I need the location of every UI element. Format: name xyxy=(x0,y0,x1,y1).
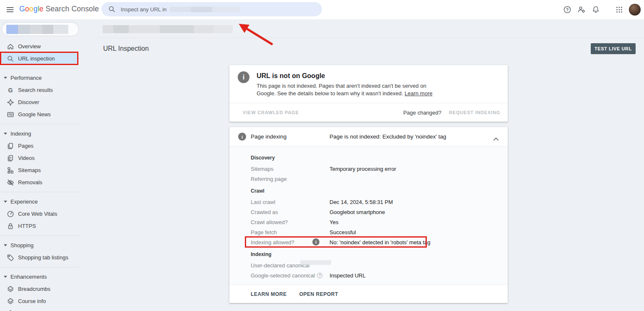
search-icon xyxy=(7,55,14,63)
sidebar-item-breadcrumbs[interactable]: Breadcrumbs xyxy=(0,283,79,295)
sidebar-item-google-news[interactable]: G Google News xyxy=(0,108,79,120)
chevron-down-icon xyxy=(4,276,7,278)
search-placeholder: Inspect any URL in xyxy=(121,6,166,13)
svg-text:?: ? xyxy=(566,8,569,12)
page-indexing-card: i Page indexing Page is not indexed: Exc… xyxy=(229,127,508,303)
learn-more-button[interactable]: LEARN MORE xyxy=(251,291,287,297)
sidebar-item-faq[interactable]: FAQ xyxy=(0,307,79,311)
sidebar-item-label: Overview xyxy=(18,43,41,50)
detail-row-sitemaps: Sitemaps Temporary processing error xyxy=(251,164,508,174)
section-heading-crawl: Crawl xyxy=(251,188,508,194)
sidebar-item-overview[interactable]: Overview xyxy=(0,40,79,52)
detail-row-last-crawl: Last crawl Dec 14, 2024, 5:58:31 PM xyxy=(251,197,508,207)
page-indexing-status: Page is not indexed: Excluded by 'noinde… xyxy=(330,133,446,140)
detail-row-user-declared-canonical: User-declared canonical xyxy=(251,260,508,270)
sidebar-item-sitemaps[interactable]: Sitemaps xyxy=(0,164,79,176)
sidebar-nav: Overview URL inspection Performance G Se… xyxy=(0,40,96,311)
divider xyxy=(0,267,79,267)
user-avatar[interactable] xyxy=(629,4,641,16)
sidebar-group-shopping[interactable]: Shopping xyxy=(0,239,96,251)
layers-icon xyxy=(7,298,14,305)
topbar-actions: ? xyxy=(560,0,641,19)
page-indexing-details: Discovery Sitemaps Temporary processing … xyxy=(229,146,508,285)
redacted-breadcrumb xyxy=(103,25,233,33)
sidebar-item-label: URL inspection xyxy=(18,55,55,62)
sidebar-item-course-info[interactable]: Course info xyxy=(0,295,79,307)
view-crawled-page-button[interactable]: VIEW CRAWLED PAGE xyxy=(243,110,299,115)
open-report-button[interactable]: OPEN REPORT xyxy=(299,291,338,297)
property-selector[interactable] xyxy=(2,22,79,36)
page-title: URL Inspection xyxy=(103,45,149,52)
info-icon: i xyxy=(238,133,246,141)
news-icon: G xyxy=(7,111,14,118)
sidebar-item-core-web-vitals[interactable]: Core Web Vitals xyxy=(0,208,79,220)
tag-icon xyxy=(7,254,14,261)
chevron-up-icon[interactable] xyxy=(493,135,499,142)
info-icon[interactable]: i xyxy=(312,238,319,246)
sidebar-item-search-results[interactable]: G Search results xyxy=(0,84,79,96)
lock-icon xyxy=(7,222,14,230)
sidebar-group-experience[interactable]: Experience xyxy=(0,196,96,208)
page-indexing-header[interactable]: i Page indexing Page is not indexed: Exc… xyxy=(229,127,508,146)
chevron-down-icon xyxy=(4,244,7,246)
home-icon xyxy=(7,43,14,50)
sidebar-item-shopping-tab-listings[interactable]: Shopping tab listings xyxy=(0,251,79,264)
learn-more-link[interactable]: Learn more xyxy=(405,90,432,97)
videos-icon xyxy=(7,154,14,162)
redacted-property-name xyxy=(170,7,240,12)
sidebar: Overview URL inspection Performance G Se… xyxy=(0,19,96,311)
help-icon[interactable]: ? xyxy=(560,3,574,17)
divider xyxy=(0,124,79,124)
sidebar-item-discover[interactable]: Discover xyxy=(0,96,79,108)
pages-icon xyxy=(7,142,14,150)
manage-users-icon[interactable] xyxy=(574,3,589,17)
svg-text:G: G xyxy=(8,113,10,116)
sidebar-item-videos[interactable]: Videos xyxy=(0,152,79,164)
app-logo: Google Search Console xyxy=(19,5,99,13)
redacted-property xyxy=(6,25,68,34)
sidebar-group-performance[interactable]: Performance xyxy=(0,72,96,84)
url-status-card: i URL is not on Google This page is not … xyxy=(229,65,508,122)
chevron-down-icon xyxy=(4,77,7,79)
divider xyxy=(96,38,644,38)
main-content: URL Inspection TEST LIVE URL i URL is no… xyxy=(96,19,644,311)
detail-row-crawled-as: Crawled as Googlebot smartphone xyxy=(251,207,508,217)
gauge-icon xyxy=(7,210,14,218)
status-card-description: This page is not indexed. Pages that are… xyxy=(257,82,444,97)
sitemap-icon xyxy=(7,167,14,174)
topbar: Google Search Console Inspect any URL in… xyxy=(0,0,644,19)
google-g-icon: G xyxy=(7,86,14,94)
sidebar-group-indexing[interactable]: Indexing xyxy=(0,128,96,140)
divider xyxy=(0,235,79,236)
sidebar-group-enhancements[interactable]: Enhancements xyxy=(0,271,96,283)
page-indexing-title: Page indexing xyxy=(251,133,287,140)
sidebar-item-url-inspection[interactable]: URL inspection xyxy=(0,52,79,65)
divider xyxy=(0,68,79,68)
detail-row-google-selected-canonical: Google-selected canonical? Inspected URL xyxy=(251,270,508,280)
section-heading-indexing: Indexing xyxy=(251,251,508,257)
request-indexing-button[interactable]: REQUEST INDEXING xyxy=(449,110,500,115)
notifications-icon[interactable] xyxy=(589,3,603,17)
menu-icon[interactable] xyxy=(6,5,14,14)
eye-off-icon xyxy=(7,179,14,186)
test-live-url-button[interactable]: TEST LIVE URL xyxy=(591,43,636,54)
chevron-down-icon xyxy=(4,133,7,135)
sidebar-item-https[interactable]: HTTPS xyxy=(0,220,79,232)
google-search-console-app: { "colors": { "annotation_red": "#e0231c… xyxy=(0,0,644,311)
search-icon xyxy=(108,5,116,13)
url-inspect-search-input[interactable]: Inspect any URL in xyxy=(101,2,322,16)
detail-row-indexing-allowed: Indexing allowed? i No: 'noindex' detect… xyxy=(251,237,508,247)
layers-icon xyxy=(7,310,14,311)
status-card-title: URL is not on Google xyxy=(257,72,500,80)
layers-icon xyxy=(7,285,14,293)
section-heading-discovery: Discovery xyxy=(251,155,508,161)
info-icon: i xyxy=(238,71,249,83)
chevron-down-icon xyxy=(4,201,7,203)
sidebar-item-pages[interactable]: Pages xyxy=(0,140,79,152)
google-apps-icon[interactable] xyxy=(612,3,626,17)
app-title: Search Console xyxy=(44,5,99,13)
detail-row-referring-page: Referring page xyxy=(251,174,508,184)
help-icon[interactable]: ? xyxy=(317,273,322,278)
sidebar-item-removals[interactable]: Removals xyxy=(0,176,79,188)
detail-row-crawl-allowed: Crawl allowed? Yes xyxy=(251,217,508,227)
